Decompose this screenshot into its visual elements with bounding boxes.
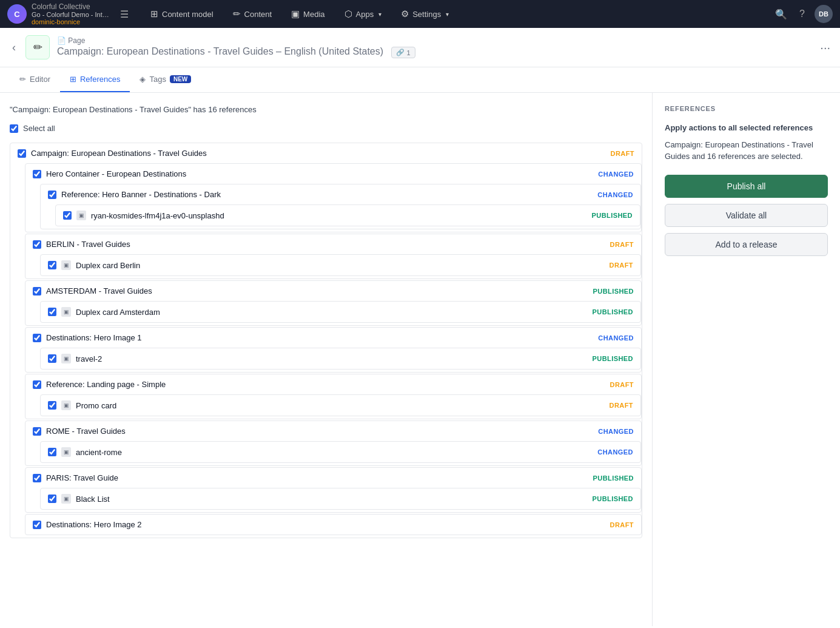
checkbox-hero-container[interactable] bbox=[33, 170, 41, 178]
references-tab-icon: ⊞ bbox=[70, 75, 76, 84]
grandchildren-hero-banner: ▣ ryan-kosmides-lfm4j1a-ev0-unsplashd PU… bbox=[55, 204, 640, 229]
checkbox-promo-card[interactable] bbox=[48, 401, 56, 410]
checkbox-ryan-kosmides[interactable] bbox=[63, 211, 72, 220]
user-tag: dominic-bonnice bbox=[32, 18, 110, 25]
checkbox-ancient-rome[interactable] bbox=[48, 448, 56, 456]
select-all-label[interactable]: Select all bbox=[23, 124, 55, 133]
ref-item-travel-2: ▣ travel-2 PUBLISHED bbox=[40, 348, 641, 370]
more-options-button[interactable]: ··· bbox=[820, 41, 830, 55]
sidebar-selection-desc: Campaign: European Destinations - Travel… bbox=[665, 139, 828, 163]
content-icon: ✏ bbox=[233, 8, 241, 19]
nav-item-settings[interactable]: ⚙ Settings ▾ bbox=[391, 0, 459, 28]
label-hero-banner: Reference: Hero Banner - Destinations - … bbox=[61, 190, 593, 199]
ref-item-duplex-amsterdam: ▣ Duplex card Amsterdam PUBLISHED bbox=[40, 301, 641, 323]
status-berlin: DRAFT bbox=[610, 241, 634, 248]
nav-item-content-label: Content bbox=[244, 10, 272, 19]
checkbox-duplex-berlin[interactable] bbox=[48, 261, 56, 269]
right-sidebar: REFERENCES Apply actions to all selected… bbox=[652, 93, 840, 626]
ref-item-row-hero-banner: Reference: Hero Banner - Destinations - … bbox=[41, 184, 640, 204]
checkbox-travel-2[interactable] bbox=[48, 354, 56, 363]
nav-item-content-model[interactable]: ⊞ Content model bbox=[141, 0, 223, 28]
label-destinations-hero-2: Destinations: Hero Image 2 bbox=[46, 520, 605, 529]
ref-item-row-amsterdam: AMSTERDAM - Travel Guides PUBLISHED bbox=[25, 281, 641, 301]
checkbox-landing-page[interactable] bbox=[33, 380, 41, 389]
references-summary: "Campaign: European Destinations - Trave… bbox=[10, 105, 642, 114]
status-campaign-root: DRAFT bbox=[611, 150, 634, 157]
hamburger-menu-button[interactable]: ☰ bbox=[120, 8, 129, 20]
checkbox-berlin[interactable] bbox=[33, 240, 41, 249]
ref-item-hero-banner: Reference: Hero Banner - Destinations - … bbox=[40, 184, 641, 229]
label-ancient-rome: ancient-rome bbox=[76, 448, 593, 457]
add-to-release-button[interactable]: Add to a release bbox=[665, 233, 828, 256]
entry-type-icon: ✏ bbox=[25, 35, 50, 59]
ref-link-icon: 🔗 bbox=[396, 49, 405, 56]
tabs-bar: ✏ Editor ⊞ References ◈ Tags NEW bbox=[0, 67, 840, 93]
entry-title: Campaign: European Destinations - Travel… bbox=[57, 46, 813, 58]
checkbox-duplex-amsterdam[interactable] bbox=[48, 308, 56, 316]
checkbox-black-list[interactable] bbox=[48, 495, 56, 503]
nav-item-content-model-label: Content model bbox=[162, 10, 213, 19]
checkbox-hero-banner[interactable] bbox=[48, 191, 56, 199]
ref-item-duplex-berlin: ▣ Duplex card Berlin DRAFT bbox=[40, 254, 641, 276]
back-button[interactable]: ‹ bbox=[10, 39, 18, 56]
nav-item-media[interactable]: ▣ Media bbox=[281, 0, 334, 28]
brand-logo: C bbox=[7, 4, 27, 24]
tab-editor[interactable]: ✏ Editor bbox=[10, 67, 60, 92]
validate-all-button[interactable]: Validate all bbox=[665, 204, 828, 227]
publish-all-button[interactable]: Publish all bbox=[665, 175, 828, 198]
content-model-icon: ⊞ bbox=[150, 8, 158, 19]
checkbox-destinations-hero-2[interactable] bbox=[33, 521, 41, 529]
search-button[interactable]: 🔍 bbox=[773, 6, 790, 22]
tags-new-badge: NEW bbox=[170, 75, 191, 83]
ref-item-row-ryan-kosmides: ▣ ryan-kosmides-lfm4j1a-ev0-unsplashd PU… bbox=[56, 205, 640, 226]
editor-tab-label: Editor bbox=[30, 75, 50, 84]
label-promo-card: Promo card bbox=[76, 401, 605, 410]
grandchildren-berlin: ▣ Duplex card Berlin DRAFT bbox=[40, 254, 641, 279]
nav-item-content[interactable]: ✏ Content bbox=[223, 0, 282, 28]
ref-item-landing-page: Reference: Landing page - Simple DRAFT ▣… bbox=[25, 374, 642, 419]
ref-item-row-travel-2: ▣ travel-2 PUBLISHED bbox=[41, 348, 640, 369]
tags-tab-icon: ◈ bbox=[139, 75, 146, 84]
nav-item-apps-label: Apps bbox=[356, 10, 374, 19]
media-duplex-berlin-icon: ▣ bbox=[61, 260, 71, 270]
ref-item-row-hero-container: Hero Container - European Destinations C… bbox=[25, 164, 641, 184]
status-hero-container: CHANGED bbox=[598, 171, 634, 178]
media-thumbnail-icon: ▣ bbox=[76, 211, 86, 220]
tab-references[interactable]: ⊞ References bbox=[60, 67, 130, 92]
help-button[interactable]: ? bbox=[797, 6, 807, 22]
ref-count-badge: 🔗 1 bbox=[391, 47, 415, 58]
checkbox-rome[interactable] bbox=[33, 427, 41, 436]
ref-item-row-destinations-hero-2: Destinations: Hero Image 2 DRAFT bbox=[25, 515, 641, 535]
ref-item-destinations-hero-2: Destinations: Hero Image 2 DRAFT bbox=[25, 514, 642, 535]
label-paris: PARIS: Travel Guide bbox=[46, 473, 588, 482]
select-all-checkbox[interactable] bbox=[10, 124, 18, 133]
ref-item-row-rome: ROME - Travel Guides CHANGED bbox=[25, 421, 641, 441]
status-promo-card: DRAFT bbox=[610, 402, 633, 409]
nav-item-apps[interactable]: ⬡ Apps ▾ bbox=[335, 0, 392, 28]
user-avatar[interactable]: DB bbox=[815, 5, 833, 23]
instance-name: Go - Colorful Demo - Inte... bbox=[32, 11, 110, 18]
checkbox-amsterdam[interactable] bbox=[33, 287, 41, 295]
label-black-list: Black List bbox=[76, 495, 587, 504]
checkbox-paris[interactable] bbox=[33, 474, 41, 482]
entry-title-text: Campaign: European Destinations - Travel… bbox=[57, 46, 274, 56]
ref-item-amsterdam: AMSTERDAM - Travel Guides PUBLISHED ▣ Du… bbox=[25, 280, 642, 326]
checkbox-campaign-root[interactable] bbox=[18, 149, 26, 158]
ref-item-hero-container: Hero Container - European Destinations C… bbox=[25, 163, 642, 232]
ref-item-berlin: BERLIN - Travel Guides DRAFT ▣ Duplex ca… bbox=[25, 234, 642, 279]
tab-tags[interactable]: ◈ Tags NEW bbox=[130, 67, 201, 92]
ref-item-campaign-root: Campaign: European Destinations - Travel… bbox=[10, 143, 642, 538]
ref-count: 1 bbox=[407, 49, 411, 56]
status-amsterdam: PUBLISHED bbox=[593, 288, 634, 295]
sidebar-apply-label: Apply actions to all selected references bbox=[665, 122, 828, 134]
label-duplex-berlin: Duplex card Berlin bbox=[76, 261, 605, 270]
checkbox-destinations-hero-1[interactable] bbox=[33, 334, 41, 342]
label-destinations-hero-1: Destinations: Hero Image 1 bbox=[46, 333, 593, 342]
grandchildren-paris: ▣ Black List PUBLISHED bbox=[40, 488, 641, 512]
ref-item-row-campaign-root: Campaign: European Destinations - Travel… bbox=[10, 143, 642, 163]
grandchildren-hero-container: Reference: Hero Banner - Destinations - … bbox=[40, 184, 641, 232]
label-berlin: BERLIN - Travel Guides bbox=[46, 240, 605, 249]
entry-locale: – English (United States) bbox=[276, 46, 383, 56]
ref-item-rome: ROME - Travel Guides CHANGED ▣ ancient-r… bbox=[25, 420, 642, 466]
status-duplex-berlin: DRAFT bbox=[610, 262, 633, 269]
